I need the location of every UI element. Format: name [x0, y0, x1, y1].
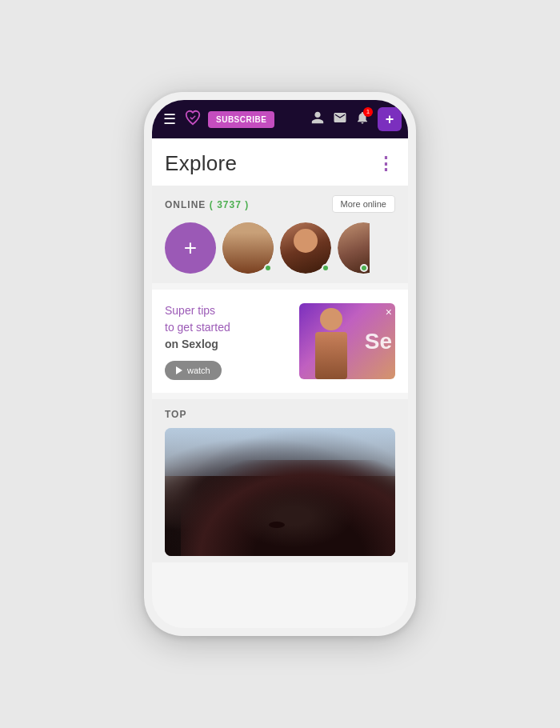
promo-close-button[interactable]: ×	[386, 306, 392, 318]
promo-text: Super tips to get started on Sexlog watc…	[165, 302, 299, 380]
online-section: ONLINE ( 3737 ) More online +	[152, 186, 408, 283]
phone-frame: ☰ SUBSCRIBE 1 +	[144, 92, 416, 636]
promo-brand: on Sexlog	[165, 338, 218, 350]
profile-icon[interactable]	[310, 110, 325, 129]
online-user-2[interactable]	[280, 222, 331, 274]
page-title: Explore	[165, 151, 237, 176]
bell-badge: 1	[363, 107, 373, 117]
online-label: ONLINE ( 3737 )	[165, 197, 249, 211]
online-indicator	[322, 264, 330, 272]
top-label: TOP	[165, 409, 395, 420]
add-avatar-button[interactable]: +	[165, 222, 216, 274]
logo-icon	[184, 109, 202, 130]
promo-image-bg: Se	[299, 303, 395, 379]
top-section: TOP	[152, 399, 408, 562]
online-indicator	[264, 264, 272, 272]
watch-button[interactable]: watch	[165, 361, 222, 380]
explore-header: Explore ⋮	[152, 138, 408, 186]
play-icon	[176, 366, 182, 374]
explore-menu-icon[interactable]: ⋮	[377, 154, 395, 174]
online-avatars-list: +	[165, 222, 395, 274]
promo-heading: Super tips to get started on Sexlog	[165, 302, 293, 353]
promo-image: Se ×	[299, 303, 395, 379]
main-content: Explore ⋮ ONLINE ( 3737 ) More online +	[152, 138, 408, 628]
more-online-button[interactable]: More online	[332, 195, 395, 213]
mail-icon[interactable]	[333, 110, 347, 129]
online-indicator	[360, 264, 368, 272]
phone-screen: ☰ SUBSCRIBE 1 +	[152, 100, 408, 628]
subscribe-button[interactable]: SUBSCRIBE	[208, 111, 274, 128]
bell-icon[interactable]: 1	[355, 110, 370, 129]
online-user-3[interactable]	[338, 222, 370, 274]
top-image[interactable]	[165, 428, 395, 556]
add-icon[interactable]: +	[165, 222, 216, 274]
top-nav: ☰ SUBSCRIBE 1 +	[152, 100, 408, 138]
online-count: ( 3737 )	[210, 199, 249, 210]
promo-banner: Super tips to get started on Sexlog watc…	[152, 290, 408, 393]
hamburger-icon[interactable]: ☰	[158, 109, 181, 130]
promo-se-overlay: Se	[365, 329, 392, 354]
online-user-1[interactable]	[222, 222, 274, 274]
online-header: ONLINE ( 3737 ) More online	[165, 195, 395, 213]
add-button[interactable]: +	[378, 107, 402, 131]
